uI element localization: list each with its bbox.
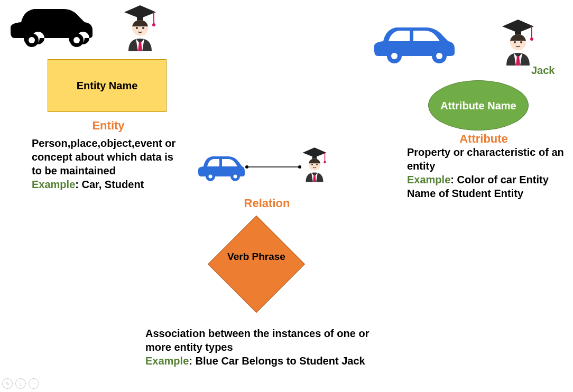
entity-example-label: Example (32, 179, 75, 190)
svg-point-27 (245, 165, 248, 169)
svg-marker-4 (124, 5, 156, 18)
svg-point-20 (514, 41, 516, 43)
attribute-name-tag: Jack (531, 64, 555, 77)
attribute-ellipse-label: Attribute Name (440, 99, 516, 112)
svg-point-14 (436, 53, 442, 59)
svg-point-18 (530, 38, 533, 41)
car-blue-icon-large (370, 21, 457, 68)
svg-point-25 (234, 175, 237, 179)
car-blue-icon-small (196, 153, 246, 184)
student-icon-attribute (497, 17, 539, 69)
svg-point-35 (316, 164, 318, 165)
svg-point-12 (391, 53, 398, 59)
svg-marker-15 (502, 20, 534, 33)
student-icon-relation (299, 145, 330, 185)
svg-point-10 (142, 27, 144, 29)
svg-point-7 (152, 23, 155, 26)
svg-point-3 (73, 37, 80, 43)
more-icon[interactable]: ⋯ (29, 378, 39, 389)
svg-point-21 (520, 41, 522, 43)
attribute-title: Attribute (452, 132, 515, 146)
svg-point-9 (136, 27, 138, 29)
entity-title: Entity (82, 119, 135, 133)
svg-point-1 (29, 37, 35, 43)
entity-example-text: : Car, Student (75, 179, 144, 190)
entity-description: Person,place,object,event or concept abo… (32, 136, 180, 191)
attribute-example-label: Example (407, 174, 450, 185)
relation-desc-text: Association between the instances of one… (145, 328, 369, 353)
entity-desc-text: Person,place,object,event or concept abo… (32, 137, 175, 176)
pen-icon[interactable]: ✎ (2, 378, 13, 389)
svg-marker-29 (303, 147, 327, 157)
student-icon-1 (119, 3, 161, 55)
svg-point-23 (209, 175, 212, 179)
relation-example-label: Example (145, 355, 189, 367)
toolbar: ✎ ⌕ ⋯ (2, 378, 39, 389)
attribute-ellipse: Attribute Name (428, 80, 529, 130)
relation-diamond: Verb Phrase (204, 222, 309, 306)
zoom-icon[interactable]: ⌕ (15, 378, 26, 389)
relation-description: Association between the instances of one… (145, 326, 378, 368)
car-black-icon (5, 1, 98, 53)
relation-diamond-label: Verb Phrase (204, 251, 309, 263)
attribute-desc-text: Property or characteristic of an entity (407, 146, 564, 172)
relation-example-text: : Blue Car Belongs to Student Jack (189, 355, 365, 367)
attribute-description: Property or characteristic of an entity … (407, 145, 566, 200)
entity-box-label: Entity Name (77, 80, 138, 92)
svg-point-34 (311, 164, 313, 165)
entity-name-box: Entity Name (48, 59, 167, 112)
relation-line (244, 164, 302, 170)
svg-point-32 (324, 161, 326, 164)
relation-title: Relation (241, 197, 293, 210)
